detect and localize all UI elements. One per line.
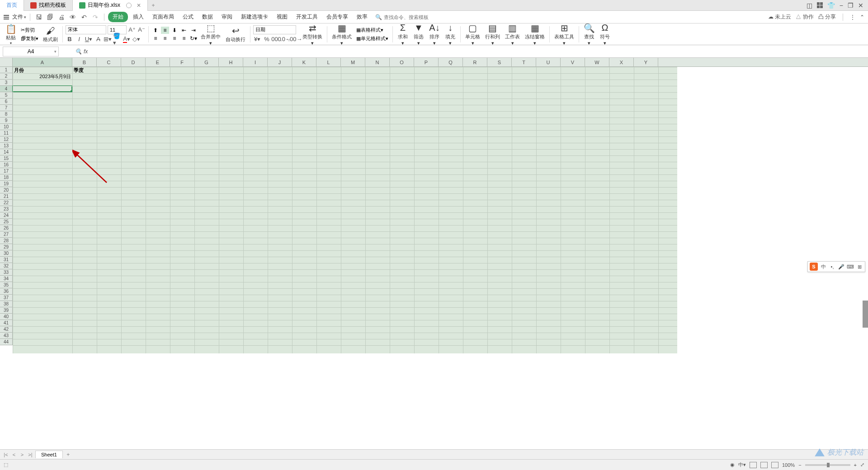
- row-header-13[interactable]: 13: [0, 143, 13, 149]
- tab-home[interactable]: 首页: [0, 0, 24, 11]
- orientation-icon[interactable]: ↻▾: [189, 35, 198, 42]
- row-header-37[interactable]: 37: [0, 295, 13, 301]
- formula-input[interactable]: [88, 47, 868, 56]
- cell-style-button[interactable]: ▦ 单元格样式▾: [355, 35, 390, 42]
- col-header-T[interactable]: T: [512, 58, 536, 66]
- fill-button[interactable]: ↓填充▾: [443, 23, 458, 46]
- align-justify-icon[interactable]: ≡: [180, 35, 188, 42]
- ime-toolbar[interactable]: S 中 •, 🎤 ⌨ ⊞: [807, 261, 865, 272]
- col-header-R[interactable]: R: [463, 58, 487, 66]
- cell-A2[interactable]: 2023年5月9日: [13, 73, 72, 80]
- currency-icon[interactable]: ¥▾: [253, 35, 261, 43]
- menu-member[interactable]: 会员专享: [323, 12, 352, 22]
- align-middle-icon[interactable]: ≡: [161, 27, 169, 34]
- fx-button[interactable]: 🔍: [75, 48, 82, 55]
- row-header-9[interactable]: 9: [0, 118, 13, 124]
- rowcol-button[interactable]: ▤行和列▾: [483, 23, 502, 46]
- cell-B1[interactable]: 季度: [72, 67, 97, 73]
- row-header-29[interactable]: 29: [0, 244, 13, 250]
- redo-icon[interactable]: ↷: [91, 13, 99, 21]
- row-header-2[interactable]: 2: [0, 73, 13, 80]
- row-header-24[interactable]: 24: [0, 212, 13, 219]
- table-tools-button[interactable]: ⊞表格工具▾: [552, 23, 576, 46]
- align-left-icon[interactable]: ≡: [151, 35, 160, 42]
- filter-button[interactable]: ▼筛选▾: [411, 23, 426, 46]
- ime-lang[interactable]: 中: [820, 263, 827, 270]
- symbol-button[interactable]: Ω符号▾: [598, 23, 612, 46]
- row-header-21[interactable]: 21: [0, 193, 13, 200]
- cell-button[interactable]: ▢单元格▾: [463, 23, 482, 46]
- number-format-select[interactable]: [253, 25, 296, 34]
- row-header-20[interactable]: 20: [0, 187, 13, 193]
- menu-view[interactable]: 视图: [273, 12, 291, 22]
- name-box[interactable]: A4 ▾: [3, 47, 59, 56]
- row-header-39[interactable]: 39: [0, 307, 13, 314]
- col-header-C[interactable]: C: [97, 58, 121, 66]
- col-header-W[interactable]: W: [585, 58, 609, 66]
- row-header-40[interactable]: 40: [0, 314, 13, 320]
- fullscreen-icon[interactable]: ⤢: [860, 462, 864, 468]
- row-header-12[interactable]: 12: [0, 136, 13, 143]
- share-button[interactable]: 凸 分享: [818, 13, 836, 21]
- row-header-23[interactable]: 23: [0, 206, 13, 212]
- cell-A1[interactable]: 月份: [13, 67, 72, 73]
- grid-area[interactable]: 1234567891011121314151617181920212223242…: [0, 67, 677, 353]
- menu-dev[interactable]: 开发工具: [292, 12, 321, 22]
- row-header-7[interactable]: 7: [0, 105, 13, 111]
- view-page-icon[interactable]: [760, 462, 768, 468]
- ime-punct-icon[interactable]: •,: [829, 263, 836, 270]
- skin-icon[interactable]: 👕: [827, 2, 835, 9]
- col-header-P[interactable]: P: [414, 58, 439, 66]
- row-header-3[interactable]: 3: [0, 80, 13, 86]
- ime-settings-icon[interactable]: ⊞: [856, 263, 863, 270]
- col-header-B[interactable]: B: [72, 58, 97, 66]
- cond-format-button[interactable]: ▦ 条件格式▾: [330, 23, 354, 46]
- sheet-nav-next-icon[interactable]: >: [19, 452, 25, 457]
- border-icon[interactable]: ⊞▾: [104, 35, 112, 43]
- col-header-S[interactable]: S: [487, 58, 512, 66]
- sheet-nav-prev-icon[interactable]: <: [11, 452, 17, 457]
- col-header-F[interactable]: F: [170, 58, 194, 66]
- merge-button[interactable]: ⬚ 合并居中▾: [199, 23, 222, 46]
- underline-icon[interactable]: U▾: [85, 35, 93, 43]
- menu-data[interactable]: 数据: [198, 12, 217, 22]
- col-header-D[interactable]: D: [121, 58, 146, 66]
- fill-color-icon[interactable]: 🪣▾: [113, 35, 121, 43]
- row-header-43[interactable]: 43: [0, 333, 13, 339]
- save-icon[interactable]: 🖫: [35, 13, 43, 21]
- row-header-18[interactable]: 18: [0, 174, 13, 181]
- add-tab-button[interactable]: +: [148, 2, 159, 9]
- tab-template[interactable]: 找稻壳模板: [24, 0, 73, 11]
- strike-icon[interactable]: A̶: [94, 35, 102, 43]
- app-grid-icon[interactable]: [817, 2, 823, 8]
- file-menu[interactable]: 文件▾: [12, 13, 26, 21]
- ime-keyboard-icon[interactable]: ⌨: [847, 263, 854, 270]
- sum-button[interactable]: Σ求和▾: [396, 23, 410, 46]
- comma-icon[interactable]: 000: [272, 35, 280, 43]
- zoom-in-icon[interactable]: +: [854, 462, 857, 468]
- row-header-11[interactable]: 11: [0, 130, 13, 136]
- type-convert-button[interactable]: ⇄ 类型转换▾: [301, 23, 324, 46]
- row-header-26[interactable]: 26: [0, 225, 13, 231]
- row-header-34[interactable]: 34: [0, 276, 13, 282]
- layout-icon[interactable]: ◫: [807, 2, 812, 9]
- sogou-logo-icon[interactable]: S: [810, 263, 818, 271]
- menu-efficiency[interactable]: 效率: [353, 12, 371, 22]
- command-search[interactable]: 🔍: [375, 14, 447, 20]
- bold-icon[interactable]: B: [66, 35, 74, 43]
- col-header-H[interactable]: H: [219, 58, 243, 66]
- col-header-A[interactable]: A: [13, 58, 72, 66]
- name-box-arrow-icon[interactable]: ▾: [54, 49, 57, 54]
- row-header-6[interactable]: 6: [0, 99, 13, 105]
- wrap-button[interactable]: ↩ 自动换行: [224, 25, 247, 43]
- undo-icon[interactable]: ↶: [80, 13, 88, 21]
- sort-button[interactable]: A↓排序▾: [427, 23, 442, 46]
- col-header-G[interactable]: G: [194, 58, 219, 66]
- menu-start[interactable]: 开始: [108, 12, 128, 22]
- row-header-32[interactable]: 32: [0, 263, 13, 269]
- row-header-38[interactable]: 38: [0, 301, 13, 307]
- col-header-X[interactable]: X: [609, 58, 634, 66]
- command-search-input[interactable]: [384, 14, 447, 20]
- zoom-value[interactable]: 100%: [782, 462, 795, 468]
- italic-icon[interactable]: I: [75, 35, 83, 43]
